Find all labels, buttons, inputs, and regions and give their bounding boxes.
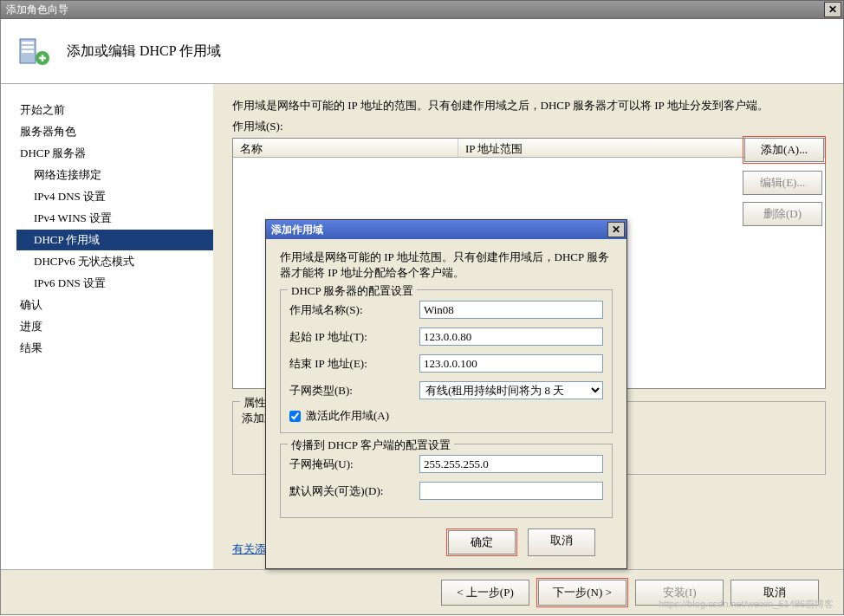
scope-label: 作用域(S):	[232, 119, 826, 134]
svg-rect-1	[22, 42, 34, 44]
sidebar-item-dhcp[interactable]: DHCP 服务器	[16, 143, 213, 164]
edit-button: 编辑(E)...	[743, 171, 822, 195]
next-highlight: 下一步(N) >	[536, 578, 628, 607]
sidebar-item-binding[interactable]: 网络连接绑定	[16, 165, 213, 185]
gateway-input[interactable]	[419, 482, 603, 500]
end-ip-label: 结束 IP 地址(E):	[289, 356, 419, 372]
add-highlight: 添加(A)...	[743, 136, 826, 164]
scope-name-label: 作用域名称(S):	[289, 302, 419, 318]
sidebar-item-progress[interactable]: 进度	[16, 316, 213, 337]
start-ip-label: 起始 IP 地址(T):	[289, 329, 419, 345]
watermark: https://blog.csdn.net/weixin_51486霸博客	[659, 598, 834, 611]
column-name[interactable]: 名称	[233, 139, 458, 157]
activate-checkbox[interactable]	[289, 411, 301, 422]
scope-name-input[interactable]	[419, 301, 603, 319]
window-title: 添加角色向导	[6, 3, 68, 17]
side-buttons: 添加(A)... 编辑(E)... 删除(D)	[743, 136, 826, 226]
sidebar-item-dhcpv6[interactable]: DHCPv6 无状态模式	[16, 251, 213, 272]
svg-rect-2	[22, 46, 34, 49]
ok-highlight: 确定	[446, 528, 517, 556]
gateway-label: 默认网关(可选)(D):	[289, 483, 419, 499]
description-text: 作用域是网络中可能的 IP 地址的范围。只有创建作用域之后，DHCP 服务器才可…	[232, 98, 826, 113]
sidebar-item-ipv4wins[interactable]: IPv4 WINS 设置	[16, 208, 213, 229]
start-ip-input[interactable]	[419, 327, 603, 346]
prev-button[interactable]: < 上一步(P)	[441, 580, 529, 606]
svg-rect-3	[22, 50, 34, 53]
subnet-type-label: 子网类型(B):	[289, 383, 419, 399]
dialog-body: 作用域是网络可能的 IP 地址范围。只有创建作用域后，DHCP 服务器才能将 I…	[266, 239, 627, 568]
dialog-cancel-button[interactable]: 取消	[528, 528, 595, 556]
server-icon	[16, 34, 51, 68]
subnet-mask-label: 子网掩码(U):	[289, 457, 419, 472]
sidebar-item-roles[interactable]: 服务器角色	[16, 121, 213, 142]
row-activate: 激活此作用域(A)	[289, 408, 603, 424]
subnet-mask-input[interactable]	[419, 455, 603, 473]
table-header: 名称 IP 地址范围	[233, 139, 825, 158]
row-start-ip: 起始 IP 地址(T):	[289, 327, 603, 346]
sidebar-item-confirm[interactable]: 确认	[16, 295, 213, 315]
client-config-legend: 传播到 DHCP 客户端的配置设置	[288, 438, 454, 453]
row-end-ip: 结束 IP 地址(E):	[289, 354, 603, 373]
dialog-title-text: 添加作用域	[271, 223, 323, 237]
close-icon[interactable]: ✕	[824, 2, 841, 17]
dialog-titlebar: 添加作用域 ✕	[266, 220, 627, 239]
activate-label: 激活此作用域(A)	[306, 408, 389, 424]
row-scope-name: 作用域名称(S):	[289, 301, 603, 319]
add-button[interactable]: 添加(A)...	[744, 138, 824, 162]
sidebar-item-before[interactable]: 开始之前	[16, 100, 213, 120]
sidebar: 开始之前 服务器角色 DHCP 服务器 网络连接绑定 IPv4 DNS 设置 I…	[1, 84, 213, 569]
row-subnet-mask: 子网掩码(U):	[289, 455, 603, 473]
titlebar: 添加角色向导 ✕	[0, 0, 844, 19]
dialog-buttons: 确定 取消	[280, 528, 613, 556]
next-button[interactable]: 下一步(N) >	[538, 580, 627, 606]
wizard-header: 添加或编辑 DHCP 作用域	[1, 19, 843, 84]
dialog-description: 作用域是网络可能的 IP 地址范围。只有创建作用域后，DHCP 服务器才能将 I…	[280, 250, 613, 281]
row-subnet-type: 子网类型(B): 有线(租用持续时间将为 8 天	[289, 381, 603, 399]
row-gateway: 默认网关(可选)(D):	[289, 482, 603, 500]
delete-button: 删除(D)	[743, 202, 822, 226]
server-config-fieldset: DHCP 服务器的配置设置 作用域名称(S): 起始 IP 地址(T): 结束 …	[280, 289, 613, 433]
dialog-close-icon[interactable]: ✕	[607, 222, 625, 237]
page-title: 添加或编辑 DHCP 作用域	[67, 42, 221, 61]
end-ip-input[interactable]	[419, 354, 603, 373]
add-scope-dialog: 添加作用域 ✕ 作用域是网络可能的 IP 地址范围。只有创建作用域后，DHCP …	[265, 219, 627, 569]
sidebar-item-result[interactable]: 结果	[16, 338, 213, 359]
sidebar-item-ipv4dns[interactable]: IPv4 DNS 设置	[16, 186, 213, 207]
help-link[interactable]: 有关添	[232, 541, 266, 557]
subnet-type-select[interactable]: 有线(租用持续时间将为 8 天	[419, 381, 603, 399]
client-config-fieldset: 传播到 DHCP 客户端的配置设置 子网掩码(U): 默认网关(可选)(D):	[280, 444, 613, 518]
sidebar-item-scope[interactable]: DHCP 作用域	[16, 230, 213, 250]
server-config-legend: DHCP 服务器的配置设置	[288, 283, 417, 299]
sidebar-item-ipv6dns[interactable]: IPv6 DNS 设置	[16, 273, 213, 294]
ok-button[interactable]: 确定	[448, 530, 516, 554]
